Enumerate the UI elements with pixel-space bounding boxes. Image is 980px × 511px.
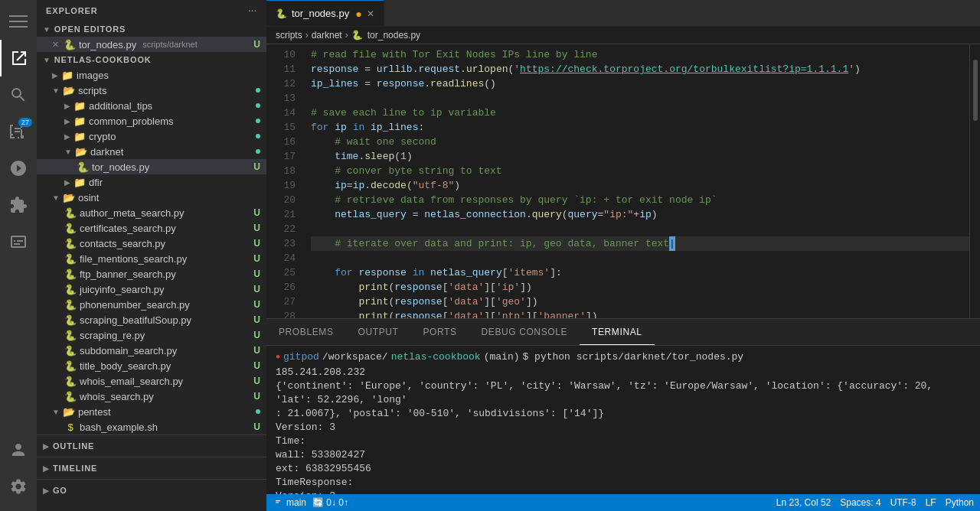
source-control-activity-icon[interactable]: 27 xyxy=(0,113,37,150)
prompt-path: netlas-cookbook xyxy=(391,350,481,364)
run-debug-activity-icon[interactable] xyxy=(0,150,37,187)
code-line-10: # read file with Tor Exit Nodes IPs line… xyxy=(311,47,969,62)
folder-crypto-label: crypto xyxy=(89,131,116,142)
file-subdomain-search[interactable]: 🐍 subdomain_search.py U xyxy=(37,343,266,358)
folder-osint[interactable]: ▼ 📂 osint xyxy=(37,190,266,205)
open-editors-header[interactable]: ▼ OPEN EDITORS xyxy=(37,21,266,37)
terminal-tab-bar: PROBLEMS OUTPUT PORTS DEBUG CONSOLE TERM… xyxy=(266,319,980,346)
file-certificates-search[interactable]: 🐍 certificates_search.py U xyxy=(37,220,266,236)
folder-additional-tips[interactable]: ▶ 📁 additional_tips xyxy=(37,98,266,113)
timeline-header[interactable]: ▶ TIMELINE xyxy=(37,461,266,476)
tab-terminal[interactable]: TERMINAL xyxy=(580,319,654,345)
terminal-line-7: ext: 63832955456 xyxy=(276,462,971,476)
folder-darknet[interactable]: ▼ 📂 darknet xyxy=(37,144,266,159)
folder-crypto[interactable]: ▶ 📁 crypto xyxy=(37,129,266,144)
code-line-25: for response in netlas_query['items']: xyxy=(311,265,969,280)
folder-scripts[interactable]: ▼ 📂 scripts xyxy=(37,83,266,98)
svg-rect-1 xyxy=(9,21,28,22)
editor-scrollbar[interactable] xyxy=(969,44,980,318)
code-line-15: for ip in ip_lines: xyxy=(311,120,969,135)
title-body-badge: U xyxy=(253,360,260,371)
code-line-16: # wait one second xyxy=(311,135,969,149)
tab-tor-nodes[interactable]: 🐍 tor_nodes.py ● ✕ xyxy=(266,0,384,26)
breadcrumb-darknet[interactable]: darknet xyxy=(312,30,342,41)
terminal-line-2: {'continent': 'Europe', 'country': 'PL',… xyxy=(276,379,971,407)
tab-close-button[interactable]: ✕ xyxy=(367,8,374,19)
go-header[interactable]: ▶ GO xyxy=(37,483,266,498)
sidebar-more-icon[interactable]: ··· xyxy=(248,6,257,15)
open-editor-tor-nodes[interactable]: ✕ 🐍 tor_nodes.py scripts/darknet U xyxy=(37,37,266,52)
breadcrumb-filename[interactable]: tor_nodes.py xyxy=(368,30,420,41)
file-contacts-search[interactable]: 🐍 contacts_search.py U xyxy=(37,236,266,251)
file-file-mentions-label: file_mentions_search.py xyxy=(80,253,187,265)
file-author-meta-search[interactable]: 🐍 author_meta_search.py U xyxy=(37,205,266,220)
file-juicyinfo-search[interactable]: 🐍 juicyinfo_search.py U xyxy=(37,282,266,297)
extensions-activity-icon[interactable] xyxy=(0,187,37,223)
timeline-section: ▶ TIMELINE xyxy=(37,457,266,479)
file-scraping-beautifulsoup[interactable]: 🐍 scraping_beatifulSoup.py U xyxy=(37,312,266,327)
code-line-28: print(response['data']['ntp']['banner']) xyxy=(311,309,969,318)
tab-ports[interactable]: PORTS xyxy=(410,319,469,345)
status-language[interactable]: Python xyxy=(946,497,974,508)
folder-common-problems-label: common_problems xyxy=(89,116,174,127)
menu-icon[interactable] xyxy=(0,3,37,40)
terminal-content[interactable]: ● gitpod /workspace/netlas-cookbook (mai… xyxy=(266,346,980,494)
search-activity-icon[interactable] xyxy=(0,76,37,113)
file-whois-email-search[interactable]: 🐍 whois_email_search.py U xyxy=(37,373,266,389)
explorer-activity-icon[interactable] xyxy=(0,40,37,76)
file-phonenumber-search[interactable]: 🐍 phonenumber_search.py U xyxy=(37,297,266,312)
tab-modified-dot: ● xyxy=(355,8,361,20)
tor-nodes-badge: U xyxy=(253,161,260,172)
file-tor-nodes[interactable]: 🐍 tor_nodes.py U xyxy=(37,159,266,174)
code-line-26: print(response['data']['ip']) xyxy=(311,280,969,295)
terminal-area: PROBLEMS OUTPUT PORTS DEBUG CONSOLE TERM… xyxy=(266,318,980,494)
file-author-meta-label: author_meta_search.py xyxy=(80,207,185,219)
breadcrumb-scripts[interactable]: scripts xyxy=(276,30,302,41)
folder-crypto-icon: 📁 xyxy=(74,130,86,142)
open-editor-badge: U xyxy=(253,39,260,50)
code-line-14: # save each line to ip variable xyxy=(311,106,969,120)
status-right: Ln 23, Col 52 Spaces: 4 UTF-8 LF Python xyxy=(776,497,974,508)
accounts-activity-icon[interactable] xyxy=(0,431,37,468)
folder-dfir-label: dfir xyxy=(89,177,103,188)
go-section: ▶ GO xyxy=(37,479,266,501)
breadcrumb-sep2: › xyxy=(345,30,348,41)
folder-dfir[interactable]: ▶ 📁 dfir xyxy=(37,174,266,190)
remote-explorer-activity-icon[interactable] xyxy=(0,223,37,260)
scrollbar-thumb[interactable] xyxy=(973,60,978,121)
darknet-dot xyxy=(256,149,260,154)
terminal-line-6: wall: 533802427 xyxy=(276,448,971,462)
folder-additional-tips-icon: 📁 xyxy=(74,99,86,112)
file-title-body-label: title_body_search.py xyxy=(80,360,171,372)
file-scraping-bs-label: scraping_beatifulSoup.py xyxy=(80,314,191,326)
file-whois-search[interactable]: 🐍 whois_search.py U xyxy=(37,389,266,404)
tab-problems[interactable]: PROBLEMS xyxy=(266,319,346,345)
netlas-cookbook-header[interactable]: ▼ NETLAS-COOKBOOK xyxy=(37,52,266,67)
prompt-dot: ● xyxy=(276,350,280,364)
file-tor-nodes-label: tor_nodes.py xyxy=(92,161,149,173)
file-bash-example[interactable]: $ bash_example.sh U xyxy=(37,419,266,435)
whois-email-badge: U xyxy=(253,376,260,386)
status-eol: LF xyxy=(926,497,936,508)
prompt-gitpod: gitpod xyxy=(283,350,319,364)
scraping-bs-badge: U xyxy=(253,314,260,325)
close-editor-icon[interactable]: ✕ xyxy=(52,40,59,50)
code-line-11: response = urllib.request.urlopen('https… xyxy=(311,62,969,76)
status-line-col: Ln 23, Col 52 xyxy=(776,497,831,508)
status-branch[interactable]: main xyxy=(273,497,306,508)
status-sync[interactable]: 🔄 0↓ 0↑ xyxy=(312,497,348,508)
file-ftp-banner-search[interactable]: 🐍 ftp_banner_search.py U xyxy=(37,266,266,282)
folder-images[interactable]: ▶ 📁 images xyxy=(37,67,266,83)
folder-pentest[interactable]: ▼ 📂 pentest xyxy=(37,404,266,419)
folder-common-problems[interactable]: ▶ 📁 common_problems xyxy=(37,113,266,129)
file-title-body-search[interactable]: 🐍 title_body_search.py U xyxy=(37,358,266,373)
file-scraping-re[interactable]: 🐍 scraping_re.py U xyxy=(37,327,266,343)
tab-output[interactable]: OUTPUT xyxy=(346,319,411,345)
tab-debug-console[interactable]: DEBUG CONSOLE xyxy=(469,319,580,345)
code-editor[interactable]: # read file with Tor Exit Nodes IPs line… xyxy=(305,44,969,318)
scraping-re-badge: U xyxy=(253,330,260,340)
status-bar: main 🔄 0↓ 0↑ Ln 23, Col 52 Spaces: 4 UTF… xyxy=(266,494,980,511)
settings-activity-icon[interactable] xyxy=(0,468,37,505)
file-file-mentions-search[interactable]: 🐍 file_mentions_search.py U xyxy=(37,251,266,266)
outline-header[interactable]: ▶ OUTLINE xyxy=(37,438,266,454)
